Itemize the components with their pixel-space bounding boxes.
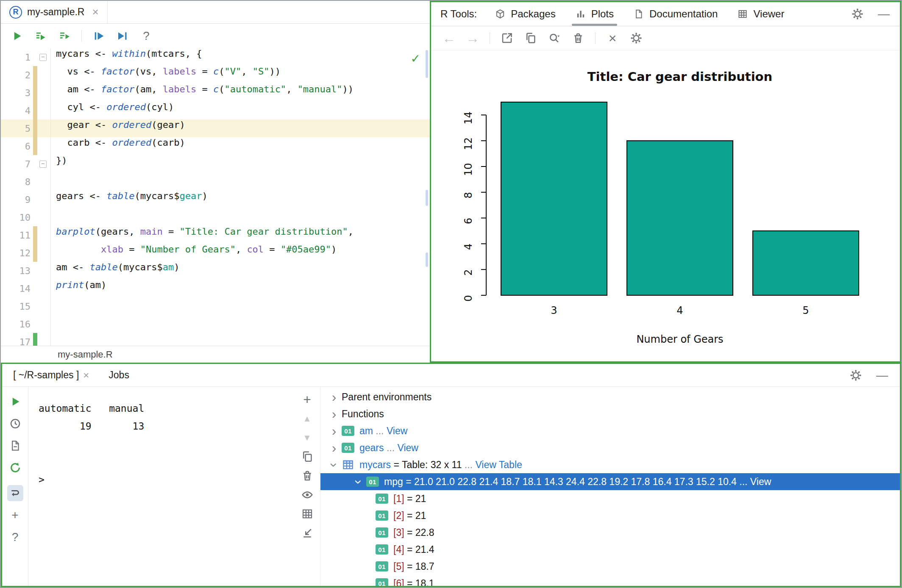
gutter-line[interactable]: 8 xyxy=(1,173,50,191)
gutter-line[interactable]: 3 xyxy=(1,84,50,102)
copy-plot-button[interactable] xyxy=(524,31,537,45)
editor-tab[interactable]: R my-sample.R × xyxy=(1,1,108,23)
env-row[interactable]: ›01mpg = 21.0 21.0 22.8 21.4 18.7 18.1 1… xyxy=(320,473,900,490)
env-link[interactable]: View Table xyxy=(475,459,522,471)
env-row[interactable]: 01[6] = 18.1 xyxy=(320,575,900,586)
tab-console[interactable]: [ ~/R-samples ] × xyxy=(13,369,89,381)
env-link[interactable]: View xyxy=(387,425,407,437)
code-line[interactable]: cyl <- ordered(cyl) xyxy=(51,102,430,119)
env-row[interactable]: 01[5] = 18.7 xyxy=(320,558,900,575)
delete-plot-button[interactable] xyxy=(571,31,585,45)
breadcrumb[interactable]: my-sample.R xyxy=(1,346,430,363)
rerun-button[interactable] xyxy=(7,460,23,476)
run-all-button[interactable] xyxy=(58,29,71,43)
gutter-line[interactable]: 12 xyxy=(1,244,50,262)
code-line[interactable] xyxy=(51,333,430,346)
close-icon[interactable]: × xyxy=(83,369,89,381)
minimize-button[interactable]: — xyxy=(877,7,891,21)
env-link[interactable]: am xyxy=(359,425,373,437)
copy-value-button[interactable] xyxy=(301,450,314,463)
editor-gutter[interactable]: 1234567891011121314151617 xyxy=(1,48,51,346)
gutter-line[interactable]: 5 xyxy=(1,119,50,137)
gutter-line[interactable]: 9 xyxy=(1,191,50,208)
tab-packages[interactable]: Packages xyxy=(495,2,555,26)
gutter-line[interactable]: 15 xyxy=(1,297,50,315)
gutter-line[interactable]: 13 xyxy=(1,262,50,280)
soft-wrap-button[interactable] xyxy=(7,485,23,501)
gutter-line[interactable]: 16 xyxy=(1,315,50,333)
code-line[interactable]: am <- table(mycars$am) xyxy=(51,262,430,280)
chevron-right-icon[interactable]: › xyxy=(326,423,342,439)
code-line[interactable] xyxy=(51,315,430,333)
gutter-line[interactable]: 7 xyxy=(1,155,50,173)
source-file-button[interactable] xyxy=(34,29,47,43)
delete-variable-button[interactable] xyxy=(301,469,314,483)
code-line[interactable]: mycars <- within(mtcars, { xyxy=(51,48,430,66)
chevron-right-icon[interactable]: › xyxy=(326,389,342,405)
close-icon[interactable]: × xyxy=(92,6,98,19)
console-settings-button[interactable] xyxy=(849,369,863,382)
tab-plots[interactable]: Plots xyxy=(575,2,614,26)
chevron-down-icon[interactable]: › xyxy=(351,474,367,489)
fold-icon[interactable] xyxy=(37,48,48,66)
tab-jobs[interactable]: Jobs xyxy=(109,369,129,381)
gutter-line[interactable]: 4 xyxy=(1,102,50,119)
previous-plot-button[interactable]: ← xyxy=(442,31,456,45)
env-row[interactable]: 01[1] = 21 xyxy=(320,490,900,507)
run-console-button[interactable] xyxy=(7,394,23,410)
env-row[interactable]: ›01am ... View xyxy=(320,422,900,439)
gutter-line[interactable]: 2 xyxy=(1,66,50,84)
fold-icon[interactable] xyxy=(37,155,48,173)
plot-settings-button[interactable] xyxy=(629,31,643,45)
env-link[interactable]: mycars xyxy=(359,459,391,471)
env-link[interactable]: View xyxy=(398,442,418,454)
run-to-line-button[interactable] xyxy=(116,29,129,43)
code-line[interactable]: gears <- table(mycars$gear) xyxy=(51,191,430,208)
minimize-button[interactable]: — xyxy=(875,369,889,382)
env-row[interactable]: ›Parent environments xyxy=(320,388,900,405)
export-plot-button[interactable] xyxy=(500,31,514,45)
code-line[interactable]: barplot(gears, main = "Title: Car gear d… xyxy=(51,226,430,244)
gutter-line[interactable]: 6 xyxy=(1,137,50,155)
gutter-line[interactable]: 11 xyxy=(1,226,50,244)
run-line-button[interactable] xyxy=(92,29,106,43)
breadcrumb-file[interactable]: my-sample.R xyxy=(58,349,113,360)
code-line[interactable] xyxy=(51,208,430,226)
console-help-button[interactable]: ? xyxy=(7,529,23,545)
env-link[interactable]: gears xyxy=(359,442,384,454)
env-row[interactable]: ›mycars = Table: 32 x 11 ... View Table xyxy=(320,456,900,473)
code-line[interactable]: print(am) xyxy=(51,280,430,297)
preview-value-button[interactable] xyxy=(301,488,314,502)
tab-viewer[interactable]: Viewer xyxy=(737,2,784,26)
env-row[interactable]: ›01gears ... View xyxy=(320,439,900,456)
close-plots-button[interactable]: × xyxy=(606,31,619,45)
export-values-button[interactable] xyxy=(301,526,314,540)
tab-documentation[interactable]: Documentation xyxy=(633,2,718,26)
zoom-plot-button[interactable] xyxy=(548,31,561,45)
history-button[interactable] xyxy=(7,416,23,432)
table-view-button[interactable] xyxy=(301,507,314,521)
code-line[interactable] xyxy=(51,173,430,191)
move-up-button[interactable]: ▲ xyxy=(301,412,314,425)
add-console-button[interactable]: + xyxy=(7,507,23,523)
run-script-button[interactable] xyxy=(10,29,24,43)
code-line[interactable] xyxy=(51,297,430,315)
chevron-down-icon[interactable]: › xyxy=(326,457,342,472)
open-file-button[interactable] xyxy=(7,438,23,454)
code-line[interactable]: xlab = "Number of Gears", col = "#05ae99… xyxy=(51,244,430,262)
gutter-line[interactable]: 1 xyxy=(1,48,50,66)
code-line[interactable]: am <- factor(am, labels = c("automatic",… xyxy=(51,84,430,102)
gutter-line[interactable]: 14 xyxy=(1,280,50,297)
env-row[interactable]: 01[4] = 21.4 xyxy=(320,541,900,558)
chevron-right-icon[interactable]: › xyxy=(326,440,342,456)
code-line[interactable]: gear <- ordered(gear) xyxy=(51,119,430,137)
env-row[interactable]: 01[3] = 22.8 xyxy=(320,524,900,541)
help-button[interactable]: ? xyxy=(139,29,153,43)
env-row[interactable]: ›Functions xyxy=(320,405,900,422)
settings-button[interactable] xyxy=(851,7,864,21)
gutter-line[interactable]: 17 xyxy=(1,333,50,346)
add-watch-button[interactable]: + xyxy=(301,393,314,406)
code-line[interactable]: carb <- ordered(carb) xyxy=(51,137,430,155)
env-row[interactable]: 01[2] = 21 xyxy=(320,507,900,524)
next-plot-button[interactable]: → xyxy=(466,31,479,45)
